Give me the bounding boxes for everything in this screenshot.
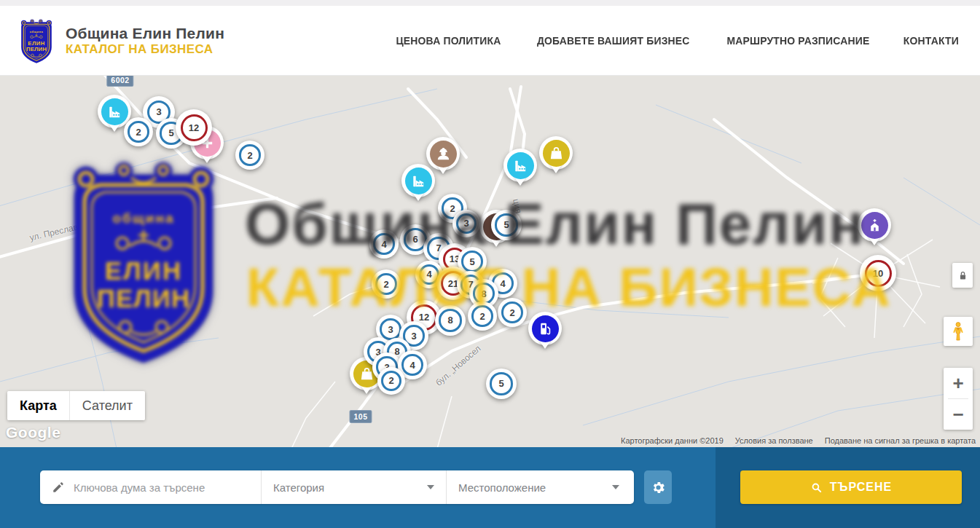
nav-item-2[interactable]: ДОБАВЕТЕ ВАШИЯТ БИЗНЕС (537, 34, 690, 47)
cluster-count: 2 (136, 127, 141, 138)
cluster-ring: 2 (239, 144, 261, 166)
search-pill: Категория Местоположение (40, 470, 634, 504)
location-select[interactable]: Местоположение (446, 470, 631, 504)
street-view-pegman-button[interactable] (944, 317, 973, 346)
cluster-count: 12 (189, 122, 199, 133)
search-bar: Категория Местоположение ТЪРСЕНЕ (0, 447, 980, 528)
map-pin-bag[interactable] (539, 136, 573, 170)
cluster-count: 5 (168, 127, 173, 138)
category-select[interactable]: Категория (261, 470, 446, 504)
lock-icon (957, 269, 969, 282)
advanced-search-button[interactable] (644, 470, 672, 504)
map-cluster-marker[interactable]: 12 (176, 109, 212, 146)
watermark-subtitle: КАТАЛОГ НА БИЗНЕСА (246, 256, 892, 318)
map-cluster-marker[interactable]: 2 (377, 367, 405, 395)
watermark-emblem (60, 154, 227, 367)
site-header: Община Елин Пелин КАТАЛОГ НА БИЗНЕСА ЦЕН… (0, 6, 980, 76)
factory-icon (101, 98, 128, 125)
cluster-count: 4 (409, 360, 415, 371)
keyword-input[interactable] (74, 481, 252, 494)
lock-button[interactable] (952, 263, 973, 288)
attribution-link-2[interactable]: Подаване на сигнал за грешка в картата (825, 436, 976, 445)
cluster-ring: 3 (380, 318, 401, 340)
factory-icon (405, 168, 432, 194)
nav-item-3[interactable]: МАРШРУТНО РАЗПИСАНИЕ (727, 34, 870, 47)
cluster-count: 3 (156, 106, 161, 117)
search-button[interactable]: ТЪРСЕНЕ (740, 470, 962, 504)
attribution-link-1[interactable]: Условия за ползване (735, 436, 813, 445)
factory-icon (507, 152, 534, 179)
main-nav: ЦЕНОВА ПОЛИТИКАДОБАВЕТЕ ВАШИЯТ БИЗНЕСМАР… (392, 34, 961, 47)
google-logo: Google (6, 424, 60, 441)
google-map[interactable]: ул. Преславбул. „Новоселция6002105325122… (0, 76, 980, 447)
map-type-map-button[interactable]: Карта (7, 391, 69, 420)
map-type-control: Карта Сателит (7, 391, 145, 420)
map-cluster-marker[interactable]: 2 (124, 117, 153, 146)
attribution-text: Картографски данни ©2019 (621, 436, 724, 445)
nav-item-4[interactable]: КОНТАКТИ (903, 34, 959, 47)
cluster-ring: 4 (401, 354, 423, 376)
road-badge: 105 (349, 410, 372, 423)
cluster-ring: 2 (381, 371, 401, 391)
chevron-down-icon (427, 485, 434, 489)
search-button-label: ТЪРСЕНЕ (830, 481, 892, 494)
cluster-ring: 2 (128, 121, 149, 143)
site-title: Община Елин Пелин (66, 25, 224, 42)
watermark-title: Община Елин Пелин (245, 191, 866, 258)
zoom-out-button[interactable]: − (944, 399, 973, 430)
map-cluster-marker[interactable]: 5 (486, 369, 517, 399)
cluster-ring: 12 (181, 114, 208, 141)
municipality-emblem-logo (17, 17, 55, 64)
cluster-count: 3 (388, 324, 393, 335)
worker-icon (430, 141, 457, 168)
map-pin-worker[interactable] (426, 137, 460, 170)
cluster-count: 2 (247, 150, 252, 161)
map-type-satellite-button[interactable]: Сателит (69, 391, 145, 420)
pegman-icon (949, 321, 967, 342)
bag-icon (543, 140, 570, 167)
map-pin-factory[interactable] (503, 149, 537, 182)
map-attribution: Картографски данни ©2019Условия за ползв… (621, 436, 976, 445)
map-cluster-marker[interactable]: 2 (235, 141, 264, 170)
fuel-icon (532, 315, 559, 342)
cluster-count: 3 (411, 331, 416, 342)
pencil-icon (52, 481, 65, 494)
gear-icon (651, 480, 666, 495)
cluster-ring: 5 (490, 372, 512, 395)
cluster-count: 2 (388, 375, 393, 386)
chevron-down-icon (612, 485, 619, 489)
location-select-label: Местоположение (458, 481, 546, 494)
zoom-control: + − (944, 368, 973, 430)
search-icon (810, 481, 823, 494)
category-select-label: Категория (273, 481, 324, 494)
cluster-count: 5 (498, 378, 503, 389)
site-logo[interactable]: Община Елин Пелин КАТАЛОГ НА БИЗНЕСА (17, 17, 224, 64)
zoom-in-button[interactable]: + (944, 368, 973, 398)
nav-item-1[interactable]: ЦЕНОВА ПОЛИТИКА (396, 34, 501, 47)
site-subtitle: КАТАЛОГ НА БИЗНЕСА (66, 42, 224, 57)
keyword-section (40, 470, 261, 504)
road-badge: 6002 (106, 76, 133, 87)
